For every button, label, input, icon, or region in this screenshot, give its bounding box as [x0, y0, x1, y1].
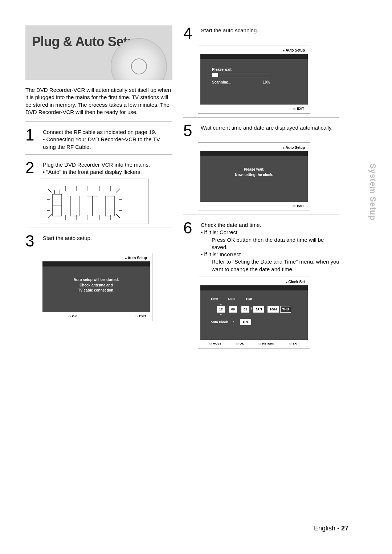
progress-bar	[212, 73, 270, 77]
tv-screen-scanning: Auto Setup Please wait Scanning... 10% E…	[198, 45, 310, 114]
step-text: Plug the DVD Recorder-VCR into the mains…	[43, 161, 172, 168]
step-2: 2 Plug the DVD Recorder-VCR into the mai…	[25, 160, 172, 176]
step-number: 1	[25, 127, 40, 143]
please-wait-label: Please wait	[212, 68, 304, 72]
thin-divider	[25, 154, 172, 155]
tv-title: Auto Setup	[125, 256, 147, 260]
step-text: Wait current time and date are displayed…	[201, 124, 339, 131]
label-year: Year	[245, 297, 252, 301]
step-text: Start the auto setup.	[43, 235, 172, 242]
intro-text: The DVD Recorder-VCR will automatically …	[25, 86, 172, 116]
thin-divider	[183, 215, 339, 215]
step-5: 5 Wait current time and date are display…	[183, 123, 339, 139]
tv-line: Now setting the clock.	[204, 172, 304, 178]
arrow-down-icon: ▼	[220, 313, 222, 316]
tv-title: Auto Setup	[283, 48, 305, 52]
step-bullet: • "Auto" in the front panel display flic…	[43, 168, 172, 176]
vfd-display-illustration	[40, 179, 149, 224]
step-text: Connect the RF cable as indicated on pag…	[43, 129, 172, 136]
hero-banner: Plug & Auto Setup	[25, 25, 172, 80]
arrow-up-icon: ▲	[220, 303, 222, 305]
seven-segment-auto	[47, 183, 142, 220]
exit-button-label: EXIT	[293, 204, 304, 208]
step-3: 3 Start the auto setup.	[25, 233, 172, 249]
step-subtext: Press OK button then the data and time w…	[212, 236, 339, 251]
step-bullet: • if it is: Correct	[201, 229, 339, 236]
ok-button-label: OK	[236, 342, 244, 345]
step-number: 4	[183, 25, 198, 41]
page-number: 27	[341, 525, 348, 532]
step-number: 5	[183, 123, 198, 139]
hour-value: 12	[217, 306, 225, 313]
step-6: 6 Check the date and time. • if it is: C…	[183, 220, 339, 273]
exit-button-label: EXIT	[289, 342, 299, 345]
label-time: Time	[211, 297, 218, 301]
step-number: 6	[183, 220, 198, 236]
tv-screen-clockwait: Auto Setup Please wait. Now setting the …	[198, 142, 310, 211]
exit-button-label: EXIT	[135, 314, 146, 318]
section-tab: System Setup	[368, 163, 377, 221]
svg-line-2	[48, 214, 52, 218]
dow-value: THU	[280, 306, 291, 313]
auto-clock-label: Auto Clock	[211, 320, 228, 324]
tv-screen-clockset: Clock Set Time Date Year ▲ 12 ▼ : 00	[198, 277, 310, 349]
step-text: Check the date and time.	[201, 221, 339, 229]
svg-line-1	[116, 189, 120, 192]
return-button-label: RETURN	[258, 342, 274, 345]
exit-button-label: EXIT	[293, 107, 304, 110]
day-value: 01	[241, 306, 249, 313]
step-text: Start the auto scanning.	[201, 27, 339, 34]
tv-title: Auto Setup	[283, 146, 305, 150]
thin-divider	[25, 228, 172, 228]
tv-line: Auto setup will be started.	[46, 277, 146, 283]
auto-clock-value: ON	[240, 319, 252, 325]
step-bullet: • Connecting Your DVD Recorder-VCR to th…	[43, 136, 172, 151]
step-number: 2	[25, 160, 40, 176]
month-value: JAN	[253, 306, 264, 313]
svg-line-3	[116, 214, 120, 218]
tv-line: TV cable connection.	[46, 288, 146, 293]
step-4: 4 Start the auto scanning.	[183, 25, 339, 41]
step-bullet: • if it is: Incorrect	[201, 251, 339, 258]
scanning-percent: 10%	[263, 80, 270, 84]
year-value: 2004	[268, 306, 279, 313]
footer-lang: English	[314, 525, 335, 532]
tv-title: Clock Set	[286, 280, 305, 284]
tv-screen-autosetup: Auto Setup Auto setup will be started. C…	[40, 253, 152, 321]
thin-divider	[183, 117, 339, 118]
step-1: 1 Connect the RF cable as indicated on p…	[25, 127, 172, 151]
tv-line: Please wait.	[204, 167, 304, 172]
svg-line-0	[48, 189, 52, 192]
move-button-label: MOVE	[209, 342, 221, 345]
ok-button-label: OK	[68, 314, 77, 318]
label-date: Date	[228, 297, 236, 301]
step-subtext: Refer to "Seting the Date and Time" menu…	[212, 258, 339, 273]
minute-value: 00	[229, 306, 237, 313]
section-divider	[25, 121, 172, 122]
step-number: 3	[25, 233, 40, 249]
tv-line: Check antenna and	[46, 283, 146, 288]
page-footer: English - 27	[314, 525, 348, 532]
scanning-label: Scanning...	[212, 80, 231, 84]
